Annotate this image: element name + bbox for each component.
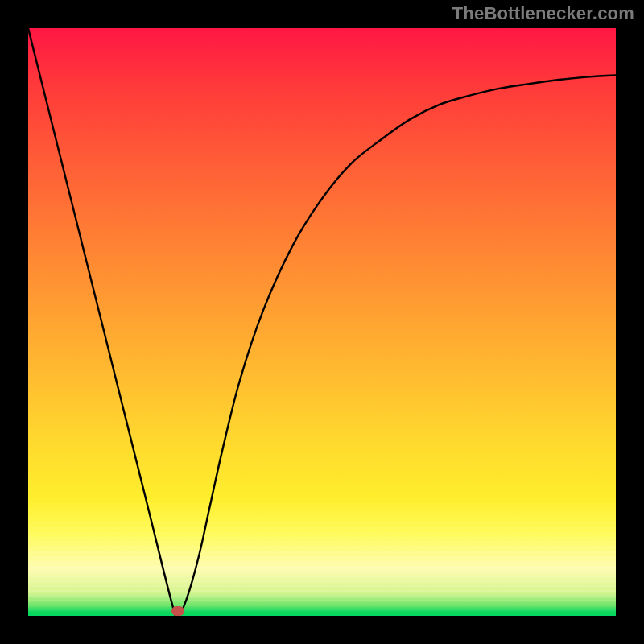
plot-area bbox=[28, 28, 616, 616]
watermark-label: TheBottlenecker.com bbox=[452, 3, 634, 24]
chart-frame: TheBottlenecker.com bbox=[0, 0, 644, 644]
bottleneck-curve bbox=[28, 28, 616, 616]
min-point-marker bbox=[171, 606, 184, 616]
